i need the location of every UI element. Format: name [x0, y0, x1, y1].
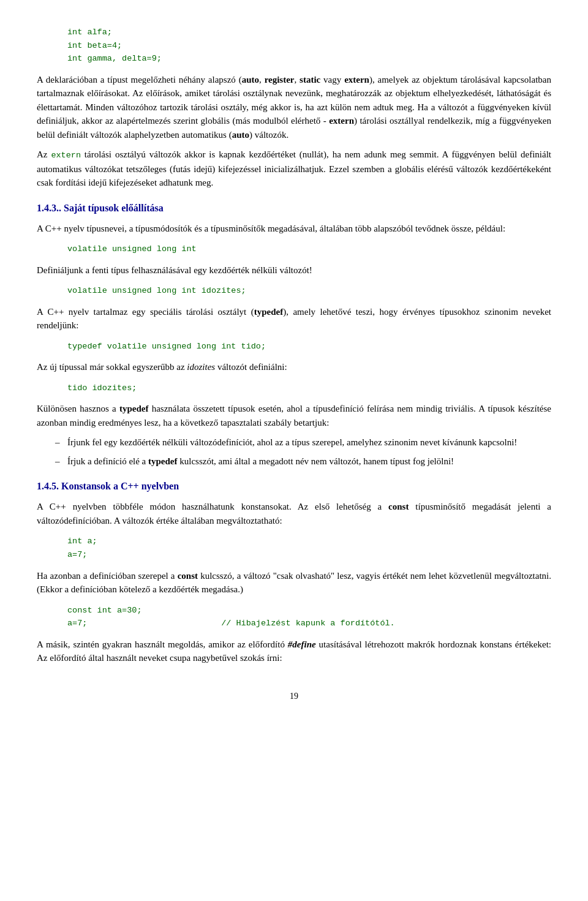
paragraph-8: A C++ nyelvben többféle módon használhat… [37, 500, 551, 527]
paragraph-6: Az új típussal már sokkal egyszerűbb az … [37, 360, 551, 374]
bullet-list: Írjunk fel egy kezdőérték nélküli változ… [55, 435, 551, 468]
code-volatile: volatile unsigned long int [67, 243, 551, 256]
extern-inline: extern [51, 151, 81, 160]
code-const-line2: a=7; // Hibajelzést kapunk a fordítótól. [67, 617, 551, 630]
code-line-3: int gamma, delta=9; [67, 52, 551, 66]
paragraph-10: A másik, szintén gyakran használt megold… [37, 638, 551, 665]
keyword-typedef-p7: typedef [119, 404, 149, 413]
code-line-2: int beta=4; [67, 39, 551, 53]
code-const-block: const int a=30; a=7; // Hibajelzést kapu… [67, 604, 551, 630]
code-typedef: typedef volatile unsigned long int tido; [67, 340, 551, 353]
paragraph-9: Ha azonban a definícióban szerepel a con… [37, 569, 551, 597]
section-heading-145: 1.4.5. Konstansok a C++ nyelvben [37, 479, 551, 494]
paragraph-2: Az extern tárolási osztályú változók akk… [37, 148, 551, 189]
keyword-const-p8: const [388, 502, 409, 511]
keyword-static: static [300, 75, 320, 85]
keyword-auto-inline: auto [232, 130, 249, 140]
keyword-typedef-p5: typedef [254, 307, 284, 317]
code-int-a-line2: a=7; [67, 548, 551, 562]
keyword-typedef-bullet: typedef [148, 456, 178, 466]
code-volatile-var: volatile unsigned long int idozites; [67, 284, 551, 298]
bullet-item-1: Írjunk fel egy kezdőérték nélküli változ… [55, 435, 551, 450]
code-const-line1: const int a=30; [67, 604, 551, 617]
section-heading-143: 1.4.3.. Saját típusok előállítása [37, 201, 551, 216]
paragraph-4: Definiáljunk a fenti típus felhasználásá… [37, 263, 551, 277]
paragraph-7: Különösen hasznos a typedef használata ö… [37, 402, 551, 429]
idozites-italic: idozites [187, 362, 215, 372]
page-number: 19 [37, 690, 551, 703]
keyword-const-p9: const [178, 571, 198, 581]
paragraph-3: A C++ nyelv típusnevei, a típusmódosítók… [37, 222, 551, 236]
top-code-block: int alfa; int beta=4; int gamma, delta=9… [37, 26, 551, 66]
code-tido: tido idozites; [67, 382, 551, 395]
code-line-1: int alfa; [67, 26, 551, 39]
keyword-extern: extern [344, 75, 369, 85]
keyword-extern-inline: extern [329, 116, 354, 126]
bullet-item-2: Írjuk a definíció elé a typedef kulcsszó… [55, 454, 551, 469]
keyword-define: #define [288, 639, 316, 649]
paragraph-5: A C++ nyelv tartalmaz egy speciális táro… [37, 305, 551, 333]
keyword-register: register [265, 75, 295, 85]
paragraph-1: A deklarációban a típust megelőzheti néh… [37, 73, 551, 142]
keyword-auto: auto [242, 75, 259, 85]
code-int-a: int a; a=7; [67, 535, 551, 561]
code-int-a-line1: int a; [67, 535, 551, 548]
